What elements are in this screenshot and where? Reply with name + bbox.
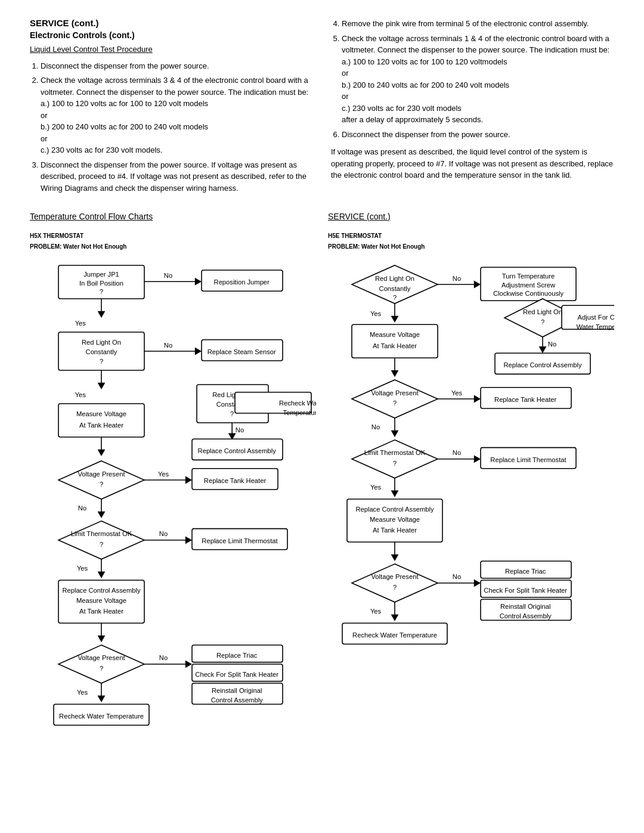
svg-marker-143 bbox=[391, 491, 399, 497]
svg-marker-102 bbox=[391, 316, 399, 323]
left-steps-list: Disconnect the dispenser from the power … bbox=[30, 60, 313, 194]
follow-text: If voltage was present as described, the… bbox=[331, 146, 614, 181]
svg-marker-165 bbox=[391, 615, 399, 621]
svg-marker-138 bbox=[474, 455, 481, 463]
svg-text:Adjustment Screw: Adjustment Screw bbox=[501, 281, 556, 289]
h5x-flow-chart: Temperature Control Flow Charts H5X THER… bbox=[30, 210, 316, 811]
procedure-title: Liquid Level Control Test Procedure bbox=[30, 44, 313, 55]
svg-text:?: ? bbox=[100, 288, 103, 295]
svg-marker-64 bbox=[98, 572, 106, 578]
svg-text:Replace Control Assembly: Replace Control Assembly bbox=[503, 361, 582, 368]
svg-text:Replace Limit Thermostat: Replace Limit Thermostat bbox=[490, 456, 566, 463]
step-5: Check the voltage across terminals 1 & 4… bbox=[342, 33, 614, 126]
h5x-flow-svg: Jumper JP1 In Boil Position ? No Reposit… bbox=[30, 256, 316, 809]
svg-text:Recheck Water: Recheck Water bbox=[279, 400, 316, 407]
svg-marker-55 bbox=[58, 521, 144, 559]
svg-text:Replace Control Assembly: Replace Control Assembly bbox=[355, 506, 434, 513]
svg-text:Turn Temperature: Turn Temperature bbox=[502, 272, 555, 280]
svg-marker-19 bbox=[195, 348, 202, 355]
svg-text:Limit Thermostat OK: Limit Thermostat OK bbox=[364, 449, 426, 456]
svg-text:Reposition Jumper: Reposition Jumper bbox=[214, 278, 270, 286]
svg-text:Yes: Yes bbox=[370, 608, 382, 615]
svg-marker-95 bbox=[474, 281, 481, 289]
svg-text:At Tank Heater: At Tank Heater bbox=[373, 342, 417, 349]
svg-text:Jumper JP1: Jumper JP1 bbox=[83, 271, 119, 278]
svg-text:Replace Triac: Replace Triac bbox=[216, 652, 258, 659]
svg-text:No: No bbox=[453, 275, 461, 282]
svg-text:Yes: Yes bbox=[370, 310, 382, 317]
svg-text:Replace Control Assembly: Replace Control Assembly bbox=[198, 447, 277, 454]
step-1: Disconnect the dispenser from the power … bbox=[41, 60, 313, 72]
svg-text:Voltage Present: Voltage Present bbox=[371, 573, 419, 580]
svg-text:Red Light On: Red Light On bbox=[375, 275, 414, 282]
svg-marker-53 bbox=[98, 512, 106, 518]
service-title: SERVICE (cont.) bbox=[30, 18, 313, 28]
right-steps-list: Remove the pink wire from terminal 5 of … bbox=[331, 18, 614, 140]
step-6: Disconnect the dispenser from the power … bbox=[342, 129, 614, 141]
svg-text:?: ? bbox=[100, 665, 103, 672]
svg-marker-17 bbox=[98, 383, 106, 389]
svg-text:No: No bbox=[164, 342, 172, 349]
svg-marker-72 bbox=[58, 645, 144, 683]
svg-text:?: ? bbox=[100, 541, 103, 548]
svg-text:Yes: Yes bbox=[77, 565, 88, 572]
svg-marker-123 bbox=[352, 380, 438, 418]
step-4: Remove the pink wire from terminal 5 of … bbox=[342, 18, 614, 30]
svg-marker-28 bbox=[98, 450, 106, 456]
h5e-problem: PROBLEM: Water Not Hot Enough bbox=[328, 242, 614, 251]
svg-text:Replace Steam Sensor: Replace Steam Sensor bbox=[208, 348, 276, 355]
svg-text:At Tank Heater: At Tank Heater bbox=[79, 422, 123, 429]
svg-text:Measure Voltage: Measure Voltage bbox=[76, 410, 126, 417]
svg-marker-151 bbox=[352, 564, 438, 602]
svg-text:Voltage Present: Voltage Present bbox=[78, 654, 126, 661]
svg-text:Replace Control Assembly: Replace Control Assembly bbox=[62, 587, 141, 594]
svg-text:Reinstall Original: Reinstall Original bbox=[500, 603, 551, 610]
svg-text:Yes: Yes bbox=[158, 470, 169, 478]
svg-text:Replace Triac: Replace Triac bbox=[505, 568, 546, 575]
svg-text:Temperature: Temperature bbox=[283, 409, 316, 416]
svg-text:Constantly: Constantly bbox=[379, 285, 411, 292]
svg-text:No: No bbox=[159, 654, 168, 661]
svg-marker-48 bbox=[185, 476, 192, 484]
svg-text:?: ? bbox=[100, 358, 103, 365]
svg-text:Clockwise Continuously: Clockwise Continuously bbox=[493, 290, 564, 297]
svg-text:?: ? bbox=[100, 481, 103, 488]
svg-text:Adjust For Correct: Adjust For Correct bbox=[578, 314, 614, 321]
svg-text:?: ? bbox=[393, 400, 397, 407]
svg-text:Check For Split Tank Heater: Check For Split Tank Heater bbox=[484, 587, 567, 594]
svg-rect-24 bbox=[58, 404, 144, 437]
svg-marker-7 bbox=[195, 278, 202, 286]
svg-text:Yes: Yes bbox=[77, 689, 88, 696]
svg-text:?: ? bbox=[393, 294, 397, 301]
svg-text:?: ? bbox=[541, 318, 544, 326]
svg-text:No: No bbox=[78, 504, 86, 512]
svg-text:Control Assembly: Control Assembly bbox=[500, 612, 552, 620]
step-3: Disconnect the dispenser from the power … bbox=[41, 159, 313, 194]
svg-marker-59 bbox=[185, 536, 192, 544]
svg-text:Recheck Water Temperature: Recheck Water Temperature bbox=[59, 713, 144, 720]
svg-text:No: No bbox=[236, 426, 244, 433]
svg-text:No: No bbox=[164, 272, 172, 279]
h5x-label: H5X THERMOSTAT bbox=[30, 231, 316, 240]
svg-text:At Tank Heater: At Tank Heater bbox=[79, 608, 123, 615]
svg-text:No: No bbox=[159, 530, 168, 537]
svg-rect-104 bbox=[352, 324, 438, 358]
h5e-flow-svg: Red Light On Constantly ? No Turn Temper… bbox=[328, 256, 614, 761]
svg-text:No: No bbox=[371, 423, 380, 431]
svg-text:Voltage Present: Voltage Present bbox=[78, 470, 126, 478]
svg-text:Red Light On: Red Light On bbox=[82, 339, 121, 346]
flow-charts-section: Temperature Control Flow Charts H5X THER… bbox=[30, 210, 614, 811]
svg-text:Control Assembly: Control Assembly bbox=[211, 696, 263, 704]
svg-text:Measure Voltage: Measure Voltage bbox=[76, 597, 126, 604]
svg-marker-127 bbox=[474, 395, 481, 403]
svg-marker-76 bbox=[185, 660, 192, 668]
electronic-controls-title: Electronic Controls (cont.) bbox=[30, 30, 313, 40]
svg-text:Reinstall Original: Reinstall Original bbox=[212, 687, 262, 694]
svg-marker-71 bbox=[98, 636, 106, 642]
svg-marker-134 bbox=[352, 440, 438, 478]
svg-text:Water Temperature: Water Temperature bbox=[576, 323, 614, 330]
svg-marker-108 bbox=[391, 370, 399, 377]
svg-marker-150 bbox=[391, 555, 399, 561]
right-column: Remove the pink wire from terminal 5 of … bbox=[331, 18, 614, 199]
svg-marker-132 bbox=[391, 431, 399, 437]
